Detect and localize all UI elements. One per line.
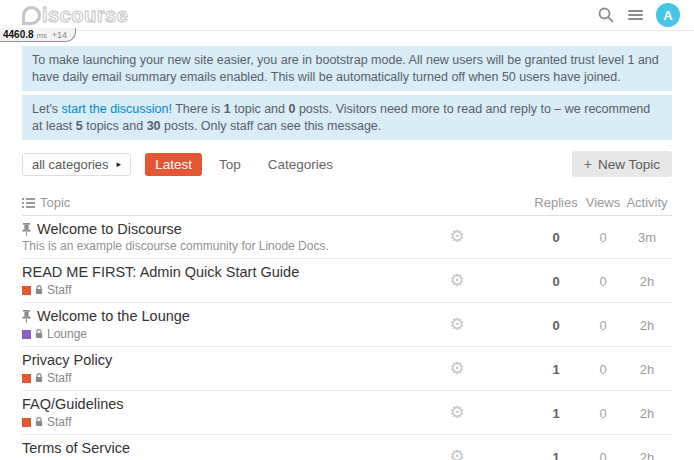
views-column-header[interactable]: Views [584, 195, 622, 210]
profiler-time: 4460.8 [3, 29, 34, 40]
views-count: 0 [599, 318, 606, 333]
activity-time[interactable]: 2h [640, 450, 654, 460]
views-count: 0 [599, 274, 606, 289]
discourse-logo[interactable]: iscourse [22, 4, 128, 27]
activity-column-header[interactable]: Activity [622, 195, 672, 210]
discourse-page: iscourse A 4460.8 ms +14 To make launchi… [0, 0, 694, 460]
nav-pill-latest[interactable]: Latest [145, 153, 202, 176]
gear-icon[interactable]: ⚙ [449, 315, 464, 334]
start-discussion-link[interactable]: start the discussion! [62, 102, 172, 116]
new-topic-button[interactable]: + New Topic [572, 151, 672, 177]
category-badge[interactable]: Staff [22, 283, 435, 297]
new-topic-label: New Topic [598, 157, 660, 172]
topic-excerpt: This is an example discourse community f… [22, 239, 435, 253]
hamburger-menu-icon[interactable] [628, 8, 643, 22]
topic-title[interactable]: Terms of Service [22, 440, 130, 456]
profiler-extra: +14 [52, 30, 67, 40]
banner-text-segment: Let's [32, 102, 62, 116]
category-name: Staff [47, 371, 71, 385]
replies-count: 1 [552, 362, 559, 377]
topic-row: FAQ/Guidelines Staff ⚙ 1 0 2h [22, 391, 672, 435]
topic-nav-pills: LatestTopCategories [145, 153, 343, 176]
topic-row: Welcome to the Lounge Lounge ⚙ 0 0 2h [22, 303, 672, 347]
gear-icon[interactable]: ⚙ [449, 403, 464, 422]
lock-icon [35, 285, 43, 295]
lock-icon [35, 329, 43, 339]
topic-list-header: Topic Replies Views Activity [22, 190, 672, 216]
topic-row: Privacy Policy Staff ⚙ 1 0 2h [22, 347, 672, 391]
start-discussion-banner: Let's start the discussion! There is 1 t… [22, 95, 672, 140]
user-avatar[interactable]: A [656, 3, 680, 27]
gear-icon[interactable]: ⚙ [449, 271, 464, 290]
category-name: Staff [47, 283, 71, 297]
start-discussion-banner-text: Let's start the discussion! There is 1 t… [32, 102, 650, 133]
topic-title[interactable]: Privacy Policy [22, 352, 112, 368]
bootstrap-mode-banner-text: To make launching your new site easier, … [32, 53, 659, 84]
views-count: 0 [599, 450, 606, 460]
replies-count: 0 [552, 274, 559, 289]
category-color-square [22, 286, 31, 295]
category-dropdown[interactable]: all categories ▸ [22, 153, 131, 176]
category-badge[interactable]: Staff [22, 371, 435, 385]
replies-column-header[interactable]: Replies [528, 195, 584, 210]
topic-title[interactable]: READ ME FIRST: Admin Quick Start Guide [22, 264, 299, 280]
gear-icon[interactable]: ⚙ [449, 447, 464, 460]
topic-row: Terms of Service Staff ⚙ 1 0 2h [22, 435, 672, 460]
pin-icon [22, 310, 31, 323]
topic-title[interactable]: Welcome to Discourse [37, 221, 182, 237]
nav-pill-top[interactable]: Top [209, 153, 251, 176]
views-count: 0 [599, 230, 606, 245]
activity-time[interactable]: 2h [640, 406, 654, 421]
category-badge[interactable]: Staff [22, 415, 435, 429]
search-icon[interactable] [597, 6, 615, 24]
nav-pill-categories[interactable]: Categories [258, 153, 343, 176]
gear-icon[interactable]: ⚙ [449, 227, 464, 246]
activity-time[interactable]: 3m [638, 230, 656, 245]
gear-icon[interactable]: ⚙ [449, 359, 464, 378]
topic-column-label: Topic [40, 195, 70, 210]
banner-text-segment: topics and [83, 119, 147, 133]
discourse-logo-text: iscourse [42, 4, 128, 27]
caret-right-icon: ▸ [117, 159, 122, 169]
replies-count: 0 [552, 230, 559, 245]
banner-text-segment: topic and [231, 102, 289, 116]
bootstrap-mode-banner: To make launching your new site easier, … [22, 46, 672, 91]
category-dropdown-label: all categories [32, 157, 109, 172]
views-count: 0 [599, 406, 606, 421]
topic-title[interactable]: Welcome to the Lounge [37, 308, 190, 324]
pin-icon [22, 223, 31, 236]
views-count: 0 [599, 362, 606, 377]
replies-count: 1 [552, 450, 559, 460]
replies-count: 1 [552, 406, 559, 421]
category-badge[interactable]: Lounge [22, 327, 435, 341]
activity-time[interactable]: 2h [640, 274, 654, 289]
replies-count: 0 [552, 318, 559, 333]
lock-icon [35, 417, 43, 427]
lock-icon [35, 373, 43, 383]
banner-text-segment: posts. Only staff can see this message. [161, 119, 382, 133]
activity-time[interactable]: 2h [640, 362, 654, 377]
category-color-square [22, 330, 31, 339]
category-color-square [22, 374, 31, 383]
plus-icon: + [584, 156, 592, 172]
mini-profiler-badge[interactable]: 4460.8 ms +14 [0, 28, 76, 42]
discourse-logo-bubble-icon [22, 6, 41, 25]
category-name: Staff [47, 415, 71, 429]
activity-time[interactable]: 2h [640, 318, 654, 333]
banner-text-segment: There is [172, 102, 224, 116]
top-navbar: iscourse A [0, 0, 694, 31]
topic-row: Welcome to Discourse This is an example … [22, 216, 672, 259]
topic-filter-bar: all categories ▸ LatestTopCategories + N… [22, 151, 672, 177]
topic-list: Welcome to Discourse This is an example … [22, 216, 672, 460]
topic-title[interactable]: FAQ/Guidelines [22, 396, 124, 412]
profiler-unit: ms [36, 31, 47, 40]
banner-text-segment: 1 [224, 102, 231, 116]
category-name: Lounge [47, 327, 87, 341]
topic-row: READ ME FIRST: Admin Quick Start Guide S… [22, 259, 672, 303]
list-icon [22, 197, 35, 208]
topic-column-header[interactable]: Topic [22, 195, 275, 210]
banner-text-segment: 30 [147, 119, 161, 133]
category-color-square [22, 418, 31, 427]
banner-text-segment: 5 [76, 119, 83, 133]
